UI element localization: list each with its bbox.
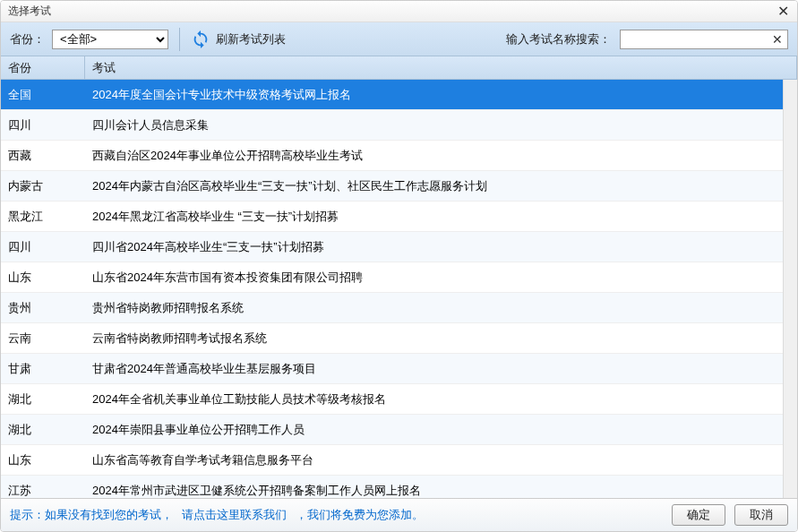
toolbar: 省份： <全部> 刷新考试列表 输入考试名称搜索： ✕ (1, 22, 797, 56)
table-row[interactable]: 湖北2024年全省机关事业单位工勤技能人员技术等级考核报名 (1, 384, 783, 415)
title-bar: 选择考试 ✕ (1, 1, 797, 22)
table-row[interactable]: 西藏西藏自治区2024年事业单位公开招聘高校毕业生考试 (1, 141, 783, 171)
refresh-icon (191, 30, 210, 49)
cell-exam: 2024年崇阳县事业单位公开招聘工作人员 (85, 422, 783, 438)
cell-province: 甘肃 (1, 361, 85, 377)
table-row[interactable]: 贵州贵州省特岗教师招聘报名系统 (1, 293, 783, 323)
cell-province: 内蒙古 (1, 178, 85, 194)
table-row[interactable]: 内蒙古2024年内蒙古自治区高校毕业生“三支一扶”计划、社区民生工作志愿服务计划 (1, 171, 783, 202)
cell-exam: 山东省高等教育自学考试考籍信息服务平台 (85, 452, 783, 468)
table-row[interactable]: 黑龙江2024年黑龙江省高校毕业生 “三支一扶”计划招募 (1, 202, 783, 232)
clear-icon[interactable]: ✕ (769, 31, 785, 47)
table-row[interactable]: 江苏2024年常州市武进区卫健系统公开招聘备案制工作人员网上报名 (1, 476, 783, 499)
cell-province: 湖北 (1, 422, 85, 438)
cell-province: 贵州 (1, 300, 85, 316)
cancel-button[interactable]: 取消 (734, 504, 788, 526)
refresh-label: 刷新考试列表 (216, 31, 286, 47)
cell-province: 江苏 (1, 483, 85, 499)
cell-province: 黑龙江 (1, 209, 85, 225)
cell-exam: 贵州省特岗教师招聘报名系统 (85, 300, 783, 316)
cell-exam: 2024年黑龙江省高校毕业生 “三支一扶”计划招募 (85, 209, 783, 225)
cell-exam: 2024年全省机关事业单位工勤技能人员技术等级考核报名 (85, 391, 783, 408)
ok-button[interactable]: 确定 (672, 504, 725, 526)
window-title: 选择考试 (8, 4, 51, 19)
cell-exam: 2024年度全国会计专业技术中级资格考试网上报名 (85, 87, 783, 103)
refresh-button[interactable]: 刷新考试列表 (191, 30, 286, 49)
footer: 提示：如果没有找到您的考试， 请点击这里联系我们 ，我们将免费为您添加。 确定 … (1, 499, 797, 531)
exam-table: 省份 考试 全国2024年度全国会计专业技术中级资格考试网上报名四川四川会计人员… (1, 56, 797, 499)
cell-province: 四川 (1, 239, 85, 255)
hint-link[interactable]: 请点击这里联系我们 (182, 507, 287, 523)
cell-exam: 山东省2024年东营市国有资本投资集团有限公司招聘 (85, 270, 783, 286)
search-label: 输入考试名称搜索： (506, 31, 611, 47)
cell-province: 湖北 (1, 391, 85, 408)
cell-exam: 四川省2024年高校毕业生“三支一扶”计划招募 (85, 239, 783, 255)
cell-province: 云南 (1, 330, 85, 347)
cell-exam: 2024年常州市武进区卫健系统公开招聘备案制工作人员网上报名 (85, 483, 783, 499)
cell-exam: 西藏自治区2024年事业单位公开招聘高校毕业生考试 (85, 148, 783, 164)
hint-suffix: ，我们将免费为您添加。 (296, 507, 424, 523)
cell-province: 西藏 (1, 148, 85, 164)
table-row[interactable]: 甘肃甘肃省2024年普通高校毕业生基层服务项目 (1, 354, 783, 384)
table-row[interactable]: 四川四川省2024年高校毕业生“三支一扶”计划招募 (1, 232, 783, 262)
scrollbar[interactable] (783, 80, 797, 498)
cell-province: 全国 (1, 87, 85, 103)
cell-exam: 四川会计人员信息采集 (85, 117, 783, 133)
cell-exam: 2024年内蒙古自治区高校毕业生“三支一扶”计划、社区民生工作志愿服务计划 (85, 178, 783, 194)
table-row[interactable]: 山东山东省高等教育自学考试考籍信息服务平台 (1, 445, 783, 476)
table-row[interactable]: 山东山东省2024年东营市国有资本投资集团有限公司招聘 (1, 262, 783, 293)
hint-prefix: 提示：如果没有找到您的考试， (10, 507, 173, 523)
table-header: 省份 考试 (1, 56, 797, 80)
table-row[interactable]: 云南云南省特岗教师招聘考试报名系统 (1, 323, 783, 354)
search-input[interactable] (621, 30, 787, 48)
province-label: 省份： (10, 31, 45, 47)
header-exam[interactable]: 考试 (85, 56, 797, 79)
province-select[interactable]: <全部> (52, 30, 168, 49)
header-province[interactable]: 省份 (1, 56, 85, 79)
cell-province: 四川 (1, 117, 85, 133)
cell-exam: 甘肃省2024年普通高校毕业生基层服务项目 (85, 361, 783, 377)
table-row[interactable]: 湖北2024年崇阳县事业单位公开招聘工作人员 (1, 415, 783, 445)
cell-province: 山东 (1, 270, 85, 286)
close-icon[interactable]: ✕ (776, 4, 790, 19)
cell-exam: 云南省特岗教师招聘考试报名系统 (85, 330, 783, 347)
table-row[interactable]: 四川四川会计人员信息采集 (1, 110, 783, 141)
toolbar-divider (179, 28, 180, 51)
cell-province: 山东 (1, 452, 85, 468)
search-input-wrap: ✕ (620, 30, 788, 49)
table-row[interactable]: 全国2024年度全国会计专业技术中级资格考试网上报名 (1, 80, 783, 110)
table-body: 全国2024年度全国会计专业技术中级资格考试网上报名四川四川会计人员信息采集西藏… (1, 80, 797, 499)
